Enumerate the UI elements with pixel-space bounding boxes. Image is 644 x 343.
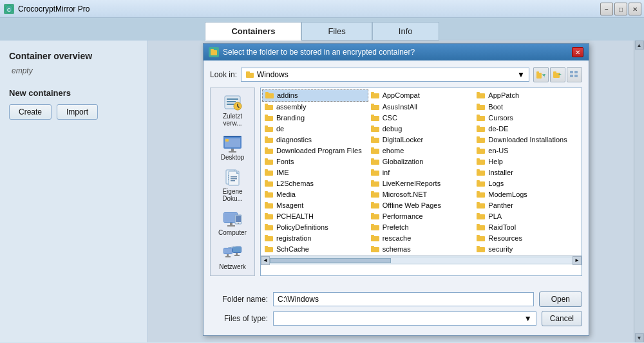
file-item[interactable]: Panther <box>474 199 580 210</box>
file-item[interactable]: Cursors <box>474 113 580 124</box>
file-item[interactable]: AsusInstAll <box>368 102 475 113</box>
file-item[interactable]: Downloaded Program Files <box>262 145 368 156</box>
file-item[interactable]: Msagent <box>262 199 368 210</box>
tab-files[interactable]: Files <box>301 22 372 41</box>
file-item[interactable]: Microsoft.NET <box>368 189 475 199</box>
file-item[interactable]: RaidTool <box>474 221 580 232</box>
svg-rect-51 <box>265 93 274 98</box>
look-in-row: Look in: Windows ▼ <box>210 67 582 82</box>
svg-rect-3 <box>211 49 214 51</box>
recent-icon-item[interactable]: Zuletzt verw... <box>213 91 252 129</box>
file-item[interactable]: rescache <box>368 232 475 243</box>
file-item[interactable]: ehome <box>368 145 475 156</box>
folder-icon <box>477 103 486 111</box>
file-item[interactable]: assembly <box>262 102 368 113</box>
file-item[interactable]: Installer <box>474 167 580 178</box>
file-item[interactable]: diagnostics <box>262 134 368 145</box>
file-item[interactable]: en-US <box>474 145 580 156</box>
file-item[interactable]: Boot <box>474 102 580 113</box>
horizontal-scrollbar[interactable]: ◄ ► <box>261 255 582 264</box>
file-name: Fonts <box>276 158 294 165</box>
scroll-right-button[interactable]: ► <box>573 256 582 265</box>
file-item[interactable]: ModemLogs <box>474 189 580 199</box>
svg-rect-118 <box>265 213 268 215</box>
file-name: PCHEALTH <box>276 212 314 220</box>
svg-rect-48 <box>236 253 238 255</box>
folder-icon <box>371 136 380 144</box>
svg-rect-75 <box>265 138 273 143</box>
file-item[interactable]: security <box>474 243 580 254</box>
folder-icon <box>371 190 380 198</box>
svg-rect-139 <box>477 247 485 252</box>
files-of-type-select[interactable]: ▼ <box>273 311 536 326</box>
file-name: DigitalLocker <box>383 136 424 144</box>
file-item[interactable]: DigitalLocker <box>368 134 475 145</box>
svg-text:C: C <box>7 7 11 13</box>
tab-info[interactable]: Info <box>372 22 439 41</box>
file-item[interactable]: debug <box>368 124 475 134</box>
file-item[interactable]: Fonts <box>262 156 368 167</box>
new-folder-button[interactable]: + <box>550 67 565 82</box>
svg-rect-137 <box>371 247 379 252</box>
cancel-button[interactable]: Cancel <box>542 311 582 326</box>
file-item[interactable]: Logs <box>474 178 580 189</box>
file-item[interactable]: PolicyDefinitions <box>262 221 368 232</box>
folder-icon <box>371 147 380 154</box>
file-item[interactable]: Branding <box>262 113 368 124</box>
file-item[interactable]: Globalization <box>368 156 475 167</box>
svg-rect-104 <box>477 180 480 182</box>
svg-rect-100 <box>265 180 268 182</box>
folder-icon <box>477 180 486 187</box>
file-item[interactable]: CSC <box>368 113 475 124</box>
file-item[interactable]: Downloaded Installations <box>474 134 580 145</box>
file-item[interactable]: L2Schemas <box>262 178 368 189</box>
svg-rect-45 <box>225 256 231 257</box>
file-item[interactable]: AppCompat <box>368 89 475 102</box>
desktop-icon-item[interactable]: Desktop <box>213 132 252 163</box>
svg-rect-14 <box>570 75 573 77</box>
file-item[interactable]: AppPatch <box>474 89 580 102</box>
minimize-button[interactable]: − <box>600 3 613 15</box>
file-item[interactable]: Offline Web Pages <box>368 199 475 210</box>
close-button[interactable]: ✕ <box>629 3 641 15</box>
file-item[interactable]: schemas <box>368 243 475 254</box>
network-icon-item[interactable]: Netzwerk <box>213 241 252 273</box>
scroll-left-button[interactable]: ◄ <box>261 256 270 265</box>
file-item[interactable]: addins <box>262 89 368 102</box>
file-name: schemas <box>383 245 411 253</box>
file-item[interactable]: Prefetch <box>368 221 475 232</box>
dialog-close-button[interactable]: ✕ <box>572 47 583 57</box>
create-button[interactable]: Create <box>9 104 52 120</box>
file-item[interactable]: IME <box>262 167 368 178</box>
file-item[interactable]: inf <box>368 167 475 178</box>
up-folder-button[interactable]: ↑ <box>533 67 549 82</box>
file-item[interactable]: PLA <box>474 210 580 221</box>
import-button[interactable]: Import <box>57 104 98 120</box>
desktop-icon <box>222 134 243 153</box>
file-item[interactable]: de <box>262 124 368 134</box>
file-item[interactable]: SchCache <box>262 243 368 254</box>
svg-rect-123 <box>265 225 273 230</box>
tab-containers[interactable]: Containers <box>205 22 301 41</box>
folder-name-input[interactable] <box>273 292 534 306</box>
file-item[interactable]: LiveKernelReports <box>368 178 475 189</box>
svg-rect-109 <box>477 192 485 198</box>
file-name: RaidTool <box>488 223 516 231</box>
svg-rect-106 <box>265 191 268 193</box>
look-in-select[interactable]: Windows ▼ <box>241 68 529 82</box>
maximize-button[interactable]: □ <box>614 3 627 15</box>
file-item[interactable]: registration <box>262 232 368 243</box>
file-item[interactable]: Media <box>262 189 368 199</box>
svg-rect-62 <box>477 104 480 106</box>
file-item[interactable]: Resources <box>474 232 580 243</box>
computer-icon-item[interactable]: Computer <box>213 207 252 239</box>
file-item[interactable]: PCHEALTH <box>262 210 368 221</box>
documents-icon-item[interactable]: Eigene Doku... <box>213 166 252 205</box>
open-button[interactable]: Open <box>539 292 582 307</box>
svg-rect-59 <box>371 105 379 110</box>
view-button[interactable] <box>567 67 582 82</box>
file-item[interactable]: Help <box>474 156 580 167</box>
file-item[interactable]: Performance <box>368 210 475 221</box>
file-item[interactable]: de-DE <box>474 124 580 134</box>
network-icon <box>222 244 243 262</box>
